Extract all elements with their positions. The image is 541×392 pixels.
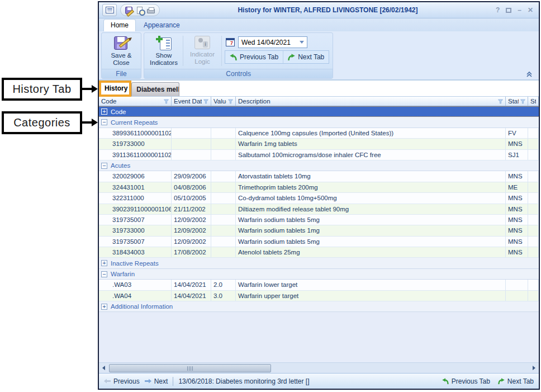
cell: 38993611000001102: [99, 128, 172, 138]
collapse-icon[interactable]: −: [101, 163, 107, 169]
cell: 04/08/2006: [172, 182, 211, 192]
dropdown-arrow-icon[interactable]: [300, 41, 304, 44]
table-row[interactable]: 32231100005/10/2005Co-dydramol tablets 1…: [99, 193, 539, 204]
help-icon[interactable]: ?: [496, 7, 500, 13]
next-tab-label: Next Tab: [507, 377, 534, 385]
ribbon-tab-bar: Home Appearance: [99, 18, 539, 31]
table-row[interactable]: .WA0314/04/20212.0Warfarin lower target: [99, 280, 539, 290]
cell: [506, 291, 528, 301]
cell: 29/09/2006: [172, 171, 211, 181]
cell: 324431001: [99, 182, 172, 192]
table-row[interactable]: 31973300012/09/2002Warfarin sodium table…: [99, 225, 539, 236]
horizontal-scrollbar[interactable]: [99, 362, 539, 373]
column-header-staff[interactable]: Staff: [506, 97, 528, 106]
cell: MNS: [506, 171, 528, 181]
cell: [211, 247, 236, 257]
category-label: Acutes: [111, 162, 130, 169]
expand-icon[interactable]: +: [101, 260, 107, 266]
table-row[interactable]: 319733000Warfarin 1mg tabletsMNS: [99, 139, 539, 149]
scroll-right-button[interactable]: [530, 363, 538, 372]
previous-tab-button-status[interactable]: Previous Tab: [442, 377, 490, 385]
column-header-code[interactable]: Code: [99, 97, 172, 106]
tab-home[interactable]: Home: [103, 19, 136, 31]
doc-tab-diabetes[interactable]: Diabetes melli...: [131, 82, 179, 96]
cell: [528, 182, 539, 192]
table-row[interactable]: 32002900629/09/2006Atorvastatin tablets …: [99, 171, 539, 182]
filter-icon[interactable]: [496, 99, 503, 104]
table-row[interactable]: 31973500712/09/2002Warfarin sodium table…: [99, 215, 539, 225]
separator: [173, 377, 173, 386]
ribbon-group-file: Save & Close File: [101, 32, 141, 79]
screenshot-canvas: History Tab Categories History for WINTE…: [0, 0, 541, 392]
doc-tab-history[interactable]: History: [101, 81, 131, 96]
cell: MNS: [506, 225, 528, 235]
cell: Diltiazem modified release tablet 90mg: [236, 204, 506, 214]
table-row[interactable]: 39113611000001102Salbutamol 100microgram…: [99, 150, 539, 160]
table-row[interactable]: 31973500712/09/2002Warfarin sodium table…: [99, 237, 539, 247]
save-icon[interactable]: [125, 7, 132, 14]
next-tab-button-status[interactable]: Next Tab: [498, 377, 534, 385]
cell: [528, 171, 539, 181]
restore-icon[interactable]: [506, 8, 511, 13]
calendar-icon[interactable]: [226, 38, 235, 46]
cell: MNS: [506, 193, 528, 203]
close-icon[interactable]: ✕: [528, 7, 533, 13]
collapse-ribbon-button[interactable]: [525, 70, 533, 78]
previous-tab-button[interactable]: Previous Tab: [225, 51, 283, 63]
collapse-icon[interactable]: −: [101, 119, 107, 125]
expand-icon[interactable]: +: [101, 304, 107, 310]
collapse-icon[interactable]: −: [101, 271, 107, 277]
expand-icon[interactable]: +: [101, 108, 107, 115]
date-field[interactable]: Wed 14/04/2021: [238, 36, 307, 48]
triangle-right-icon: [533, 366, 535, 370]
title-bar: History for WINTER, ALFRED LIVINGSTONE […: [99, 2, 539, 18]
column-label: Event Date: [174, 98, 202, 105]
table-row[interactable]: 32443100104/08/2006Trimethoprim tablets …: [99, 182, 539, 193]
minimize-icon[interactable]: –: [518, 7, 521, 13]
next-button[interactable]: Next: [145, 377, 168, 385]
cell: [211, 150, 236, 160]
cell: [506, 280, 528, 290]
filter-icon[interactable]: [162, 99, 169, 104]
category-row-warfarin[interactable]: −Warfarin: [99, 269, 539, 280]
filter-icon[interactable]: [519, 99, 525, 104]
tab-appearance[interactable]: Appearance: [137, 20, 187, 31]
column-label: Description: [238, 98, 270, 105]
previous-button[interactable]: Previous: [104, 377, 140, 385]
print-icon[interactable]: [147, 9, 155, 13]
cell: 319733000: [99, 139, 172, 149]
next-tab-label: Next Tab: [298, 53, 324, 61]
category-row-additional-information[interactable]: +Additional Information: [99, 301, 539, 312]
column-header-value[interactable]: Value: [211, 97, 236, 106]
table-row[interactable]: 3902391100000110621/11/2002Diltiazem mod…: [99, 204, 539, 215]
cell: Trimethoprim tablets 200mg: [236, 182, 506, 192]
category-row-acutes[interactable]: −Acutes: [99, 160, 539, 171]
cell: 17/08/2002: [172, 247, 211, 257]
column-header-st[interactable]: St...: [528, 97, 539, 106]
table-row[interactable]: 31843400317/08/2002Atenolol tablets 25mg…: [99, 247, 539, 258]
document-tab-bar: History Diabetes melli...: [99, 81, 539, 97]
column-header-description[interactable]: Description: [236, 97, 506, 106]
next-tab-button[interactable]: Next Tab: [283, 51, 329, 63]
table-body: +Code−Current Repeats38993611000001102Ca…: [99, 106, 539, 312]
column-header-event-date[interactable]: Event Date: [172, 97, 211, 106]
filter-icon[interactable]: [202, 99, 208, 104]
scrollbar-thumb[interactable]: [109, 364, 271, 372]
cell: 12/09/2002: [172, 215, 211, 225]
cell: [528, 280, 539, 290]
scroll-left-button[interactable]: [99, 363, 108, 372]
table-row[interactable]: 38993611000001102Calquence 100mg capsule…: [99, 128, 539, 139]
cell: [211, 171, 236, 181]
show-indicators-button[interactable]: Show Indicators: [146, 34, 182, 68]
category-row-current-repeats[interactable]: −Current Repeats: [99, 117, 539, 127]
save-close-button[interactable]: Save & Close: [103, 34, 139, 68]
filter-icon[interactable]: [226, 99, 233, 104]
print-preview-icon[interactable]: [137, 7, 143, 14]
table-row[interactable]: .WA0414/04/20213.0Warfarin upper target: [99, 291, 539, 301]
cell: [528, 225, 539, 235]
cell: 14/04/2021: [172, 291, 211, 301]
category-row-code[interactable]: +Code: [99, 106, 539, 117]
previous-tab-label: Previous Tab: [452, 377, 490, 385]
menu-button[interactable]: [102, 4, 117, 16]
category-row-inactive-repeats[interactable]: +Inactive Repeats: [99, 258, 539, 268]
